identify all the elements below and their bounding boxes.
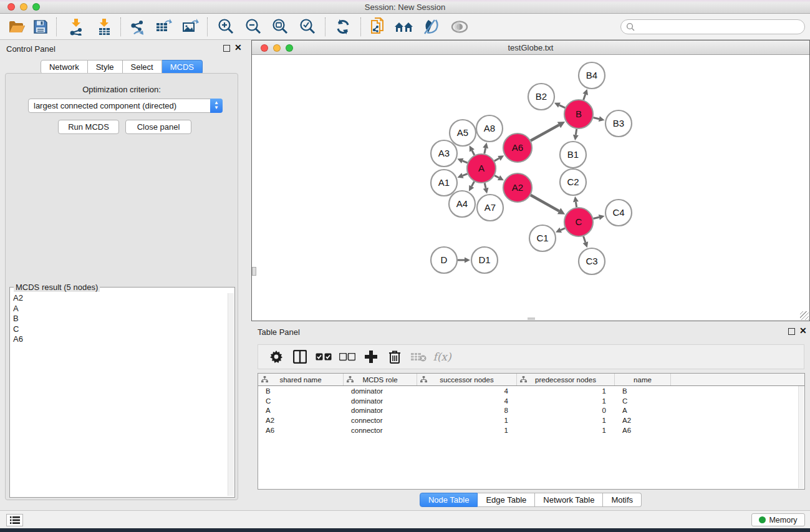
graph-edge[interactable] (593, 117, 599, 118)
network-window-titlebar[interactable]: testGlobe.txt (252, 41, 809, 55)
graph-node-A6[interactable]: A6 (503, 133, 532, 162)
table-cell[interactable]: dominator (344, 397, 417, 405)
window-resize-handle[interactable] (800, 311, 809, 320)
graph-node-A3[interactable]: A3 (431, 140, 457, 167)
table-row[interactable]: Bdominator41B (258, 386, 804, 396)
table-cell[interactable]: 1 (417, 417, 517, 424)
split-view-button[interactable] (288, 346, 312, 368)
table-cell[interactable]: 8 (417, 407, 517, 414)
tab-edge-table[interactable]: Edge Table (478, 493, 535, 507)
tab-mcds[interactable]: MCDS (162, 60, 203, 74)
zoom-in-button[interactable] (214, 16, 238, 38)
first-neighbors-button[interactable] (392, 16, 416, 38)
canvas-bottom-grip[interactable] (528, 317, 535, 320)
search-input[interactable] (635, 21, 804, 33)
mcds-result-item[interactable]: A2 (13, 293, 227, 304)
graph-edge[interactable] (531, 125, 559, 140)
annotations-button[interactable] (419, 16, 443, 38)
show-hide-panels-button[interactable] (448, 16, 471, 38)
table-row[interactable]: Cdominator41C (258, 396, 804, 406)
graph-edge[interactable] (561, 228, 565, 230)
graph-edge[interactable] (593, 217, 599, 218)
table-scrollbar[interactable] (798, 386, 804, 488)
table-cell[interactable]: A2 (258, 417, 344, 424)
graph-edge[interactable] (584, 236, 586, 243)
table-cell[interactable]: dominator (344, 387, 417, 395)
graph-node-B2[interactable]: B2 (528, 84, 554, 110)
graph-edge[interactable] (576, 129, 576, 135)
graph-node-B1[interactable]: B1 (560, 142, 586, 168)
table-cell[interactable]: connector (344, 417, 417, 424)
tab-style[interactable]: Style (88, 60, 123, 74)
zoom-out-button[interactable] (241, 16, 265, 38)
close-panel-button[interactable]: Close panel (125, 120, 191, 134)
graph-node-A8[interactable]: A8 (476, 115, 503, 142)
graph-edge[interactable] (494, 175, 499, 178)
table-cell[interactable]: C (615, 397, 671, 405)
table-cell[interactable]: 1 (517, 417, 615, 424)
tab-network[interactable]: Network (41, 60, 88, 74)
table-cell[interactable]: 0 (517, 407, 615, 414)
table-cell[interactable]: 1 (417, 427, 517, 434)
graph-node-B4[interactable]: B4 (579, 62, 605, 89)
table-cell[interactable]: A6 (615, 427, 671, 434)
graph-edge[interactable] (576, 202, 576, 208)
delete-table-button[interactable] (407, 346, 430, 368)
graph-node-A[interactable]: A (467, 154, 496, 183)
save-session-button[interactable] (29, 16, 52, 38)
column-header-MCDS-role[interactable]: MCDS role (344, 374, 417, 385)
graph-node-C2[interactable]: C2 (560, 169, 586, 195)
function-builder-button[interactable]: f(x) (430, 346, 454, 368)
network-canvas[interactable]: B4B2BB3A5A8A6B1A3AA1C2A2A4A7C4CC1C3DD1 (252, 55, 809, 321)
table-cell[interactable]: A (615, 407, 671, 414)
table-row[interactable]: A2connector11A2 (258, 415, 804, 425)
graph-node-C1[interactable]: C1 (529, 225, 556, 251)
mcds-result-scrollbar[interactable] (228, 293, 234, 496)
tab-node-table[interactable]: Node Table (420, 493, 478, 507)
graph-node-C3[interactable]: C3 (579, 248, 605, 274)
add-column-button[interactable] (359, 346, 383, 368)
run-mcds-button[interactable]: Run MCDS (58, 120, 119, 134)
tab-network-table[interactable]: Network Table (535, 493, 603, 507)
graph-node-A4[interactable]: A4 (449, 191, 475, 217)
table-cell[interactable]: A2 (615, 417, 671, 424)
tab-select[interactable]: Select (123, 60, 162, 74)
graph-edge[interactable] (463, 161, 468, 163)
network-graph[interactable]: B4B2BB3A5A8A6B1A3AA1C2A2A4A7C4CC1C3DD1 (252, 55, 809, 321)
export-image-button[interactable] (178, 16, 202, 38)
table-cell[interactable]: 1 (517, 387, 615, 395)
mcds-result-item[interactable]: B (13, 314, 227, 324)
tab-motifs[interactable]: Motifs (603, 493, 642, 507)
table-cell[interactable]: C (258, 397, 344, 405)
graph-node-D[interactable]: D (431, 247, 457, 273)
import-network-button[interactable] (64, 16, 88, 38)
delete-column-button[interactable] (383, 346, 407, 368)
graph-edge[interactable] (559, 105, 565, 108)
table-row[interactable]: A6connector11A6 (258, 425, 804, 435)
graph-edge[interactable] (584, 94, 586, 100)
clone-network-button[interactable] (366, 16, 390, 38)
table-cell[interactable]: B (258, 387, 344, 395)
graph-node-C[interactable]: C (564, 208, 593, 236)
mcds-result-item[interactable]: A (13, 304, 227, 314)
zoom-fit-button[interactable] (268, 16, 292, 38)
criterion-dropdown[interactable]: largest connected component (directed) ▲… (28, 99, 223, 113)
mcds-result-list[interactable]: A2ABCA6 (11, 293, 227, 496)
memory-button[interactable]: Memory (751, 513, 805, 526)
table-cell[interactable]: 1 (517, 397, 615, 405)
table-cell[interactable]: B (615, 387, 671, 395)
zoom-selected-button[interactable] (296, 16, 319, 38)
task-history-button[interactable] (6, 514, 23, 526)
graph-node-D1[interactable]: D1 (471, 247, 498, 273)
graph-edge[interactable] (463, 174, 468, 176)
float-panel-icon[interactable] (223, 45, 230, 52)
table-cell[interactable]: 4 (417, 387, 517, 395)
canvas-left-grip[interactable] (252, 267, 256, 276)
graph-node-B3[interactable]: B3 (605, 110, 632, 137)
graph-edge[interactable] (485, 148, 486, 153)
table-settings-button[interactable] (264, 346, 288, 368)
mcds-result-item[interactable]: C (13, 324, 227, 335)
graph-edge[interactable] (472, 150, 475, 155)
graph-node-C4[interactable]: C4 (605, 200, 632, 226)
refresh-button[interactable] (331, 16, 355, 38)
